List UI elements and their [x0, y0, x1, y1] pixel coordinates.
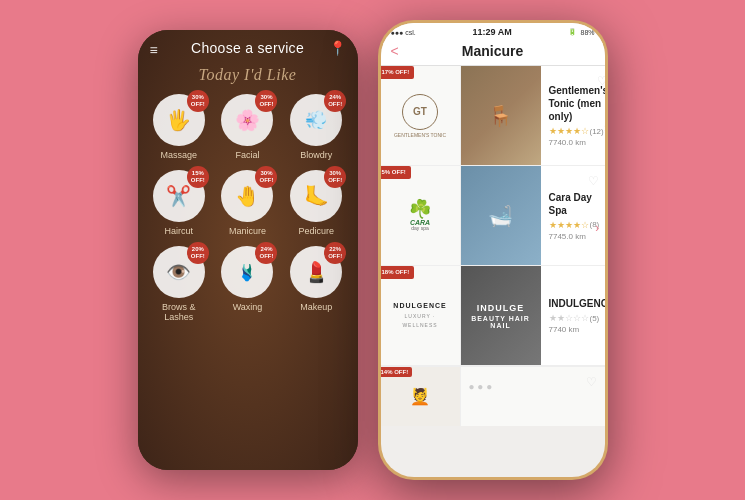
service-circle-waxing: 🩱 24% OFF!: [221, 246, 273, 298]
right-header: < Manicure: [381, 39, 605, 66]
status-bar: ●●● csl. 11:29 AM 🔋 88%: [381, 23, 605, 39]
gentlemens-stars: ★★★★☆ (12): [549, 126, 605, 136]
cara-distance: 7745.0 km: [549, 232, 600, 241]
pedicure-label: Pedicure: [298, 226, 334, 236]
indulgence-name: INDULGENCE: [549, 297, 605, 310]
salon-cara[interactable]: ☘️ CARA day spa 🛁 ♡ Cara Day Spa ★★★★☆: [381, 166, 605, 266]
gentlemens-info: ♡ Gentlemen's Tonic (men only) ★★★★☆ (12…: [541, 66, 605, 165]
cara-discount-ribbon: 5% OFF!: [381, 166, 411, 179]
waxing-label: Waxing: [233, 302, 263, 312]
left-phone: ≡ Choose a service 📍 Today I'd Like 🖐 30…: [138, 30, 358, 470]
heart-icon-cara[interactable]: ♡: [588, 174, 599, 188]
indulgence-reviews: (5): [590, 314, 600, 323]
brows-discount: 20% OFF!: [187, 242, 209, 264]
gentlemens-photo-bg: 🪑: [461, 66, 541, 165]
right-phone: ●●● csl. 11:29 AM 🔋 88% < Manicure: [378, 20, 608, 480]
blowdry-label: Blowdry: [300, 150, 332, 160]
facial-discount: 30% OFF!: [255, 90, 277, 112]
service-circle-massage: 🖐 30% OFF!: [153, 94, 205, 146]
battery-icon: 🔋: [568, 28, 577, 36]
hamburger-icon[interactable]: ≡: [150, 42, 158, 58]
indulgence-stars-display: ★★☆☆☆: [549, 313, 589, 323]
salon-list: GT GENTLEMEN'S TONIC 🪑 ♡ Gentlemen's Ton…: [381, 66, 605, 477]
facial-label: Facial: [235, 150, 259, 160]
battery-status: 🔋 88%: [568, 28, 594, 36]
cara-photo-bg: 🛁: [461, 166, 541, 265]
phones-container: ≡ Choose a service 📍 Today I'd Like 🖐 30…: [138, 20, 608, 480]
service-facial[interactable]: 🌸 30% OFF! Facial: [218, 94, 277, 160]
location-icon[interactable]: 📍: [329, 40, 346, 56]
cara-stars: ★★★★☆ (8): [549, 220, 600, 230]
blowdry-discount: 24% OFF!: [324, 90, 346, 112]
services-grid: 🖐 30% OFF! Massage 🌸 30% OFF! Facial: [138, 94, 358, 322]
gentlemens-photo: 🪑: [461, 66, 541, 165]
today-title: Today I'd Like: [199, 66, 297, 83]
service-circle-brows: 👁️ 20% OFF!: [153, 246, 205, 298]
indulgence-discount-ribbon: 18% OFF!: [381, 266, 415, 279]
service-makeup[interactable]: 💄 22% OFF! Makeup: [287, 246, 346, 322]
left-header-title: Choose a service: [191, 40, 304, 56]
pedicure-discount: 30% OFF!: [324, 166, 346, 188]
massage-discount: 30% OFF!: [187, 90, 209, 112]
haircut-label: Haircut: [165, 226, 194, 236]
salon-gentlemens[interactable]: GT GENTLEMEN'S TONIC 🪑 ♡ Gentlemen's Ton…: [381, 66, 605, 166]
makeup-discount: 22% OFF!: [324, 242, 346, 264]
brows-label: Brows & Lashes: [150, 302, 209, 322]
service-circle-blowdry: 💨 24% OFF!: [290, 94, 342, 146]
cara-photo: 🛁: [461, 166, 541, 265]
service-blowdry[interactable]: 💨 24% OFF! Blowdry: [287, 94, 346, 160]
gentlemens-logo: GT GENTLEMEN'S TONIC: [394, 94, 446, 138]
cara-info: ♡ Cara Day Spa ★★★★☆ (8) 7745.0 km ›: [541, 166, 605, 265]
partial-salon-info: ♡ ● ● ●: [461, 367, 605, 426]
cara-logo: ☘️ CARA day spa: [409, 200, 431, 232]
gentlemens-discount-ribbon: 17% OFF!: [381, 66, 415, 79]
gentlemens-reviews: (12): [590, 127, 604, 136]
indulgence-distance: 7740 km: [549, 325, 605, 334]
salon-indulgence[interactable]: NDULGENCELUXURY · WELLNESS INDULGE BEAUT…: [381, 266, 605, 366]
heart-icon-indulgence[interactable]: ♡: [604, 274, 605, 288]
left-phone-header: ≡ Choose a service 📍: [138, 30, 358, 62]
gentlemens-name: Gentlemen's Tonic (men only): [549, 84, 605, 123]
cara-name: Cara Day Spa: [549, 191, 600, 217]
cara-logo-area: ☘️ CARA day spa: [381, 166, 461, 265]
right-header-title: Manicure: [405, 43, 595, 59]
service-massage[interactable]: 🖐 30% OFF! Massage: [150, 94, 209, 160]
cara-stars-display: ★★★★☆: [549, 220, 589, 230]
back-button[interactable]: <: [391, 43, 399, 59]
indulgence-stars: ★★☆☆☆ (5): [549, 313, 605, 323]
time-display: 11:29 AM: [472, 27, 511, 37]
service-circle-makeup: 💄 22% OFF!: [290, 246, 342, 298]
today-section: Today I'd Like: [138, 62, 358, 94]
indulgence-logo: NDULGENCELUXURY · WELLNESS: [387, 301, 454, 330]
gentlemens-circle: GT: [402, 94, 438, 130]
service-circle-facial: 🌸 30% OFF!: [221, 94, 273, 146]
service-circle-pedicure: 🦶 30% OFF!: [290, 170, 342, 222]
indulgence-logo-area: NDULGENCELUXURY · WELLNESS: [381, 266, 461, 365]
service-brows[interactable]: 👁️ 20% OFF! Brows & Lashes: [150, 246, 209, 322]
heart-icon-partial[interactable]: ♡: [586, 375, 597, 389]
service-manicure[interactable]: 🤚 30% OFF! Manicure: [218, 170, 277, 236]
indulgence-photo: INDULGE BEAUTY HAIR NAIL: [461, 266, 541, 365]
haircut-discount: 15% OFF!: [187, 166, 209, 188]
service-circle-manicure: 🤚 30% OFF!: [221, 170, 273, 222]
signal-status: ●●● csl.: [391, 29, 416, 36]
service-waxing[interactable]: 🩱 24% OFF! Waxing: [218, 246, 277, 322]
partial-salon-card[interactable]: 💆 ♡ ● ● ● 14% OFF!: [381, 366, 605, 426]
service-circle-haircut: ✂️ 15% OFF!: [153, 170, 205, 222]
service-pedicure[interactable]: 🦶 30% OFF! Pedicure: [287, 170, 346, 236]
makeup-label: Makeup: [300, 302, 332, 312]
service-haircut[interactable]: ✂️ 15% OFF! Haircut: [150, 170, 209, 236]
indulgence-photo-bg: INDULGE BEAUTY HAIR NAIL: [461, 266, 541, 365]
heart-icon-gentlemens[interactable]: ♡: [597, 74, 604, 88]
battery-percent: 88%: [580, 29, 594, 36]
indulgence-info: ♡ INDULGENCE ★★☆☆☆ (5) 7740 km: [541, 266, 605, 365]
stars-display: ★★★★☆: [549, 126, 589, 136]
manicure-discount: 30% OFF!: [255, 166, 277, 188]
massage-label: Massage: [161, 150, 198, 160]
gentlemens-distance: 7740.0 km: [549, 138, 605, 147]
cara-arrow-icon[interactable]: ›: [595, 221, 599, 235]
gentlemens-logo-area: GT GENTLEMEN'S TONIC: [381, 66, 461, 165]
manicure-label: Manicure: [229, 226, 266, 236]
partial-discount-ribbon: 14% OFF!: [381, 367, 413, 377]
waxing-discount: 24% OFF!: [255, 242, 277, 264]
